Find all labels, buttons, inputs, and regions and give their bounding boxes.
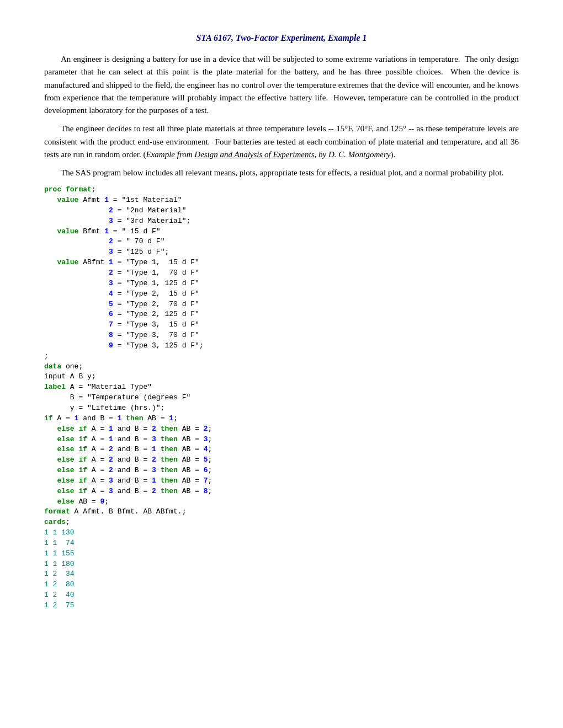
page-title: STA 6167, Two-Factor Experiment, Example… [44,33,519,43]
paragraph-1: An engineer is designing a battery for u… [44,53,519,117]
paragraph-2: The engineer decides to test all three p… [44,122,519,161]
paragraph-3: The SAS program below includes all relev… [44,167,519,179]
code-section: proc format; value Afmt 1 = "1st Materia… [44,185,519,611]
